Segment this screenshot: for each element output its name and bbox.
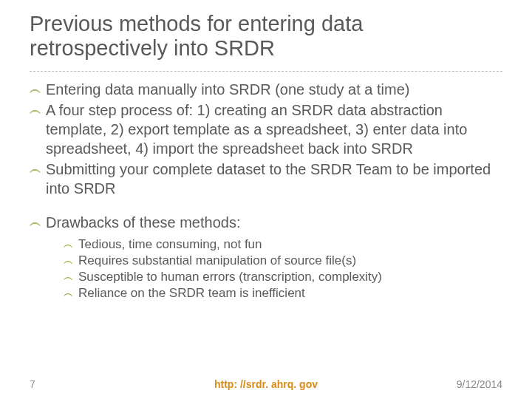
sub-list: ︵ Tedious, time consuming, not fun ︵ Req… — [64, 236, 502, 301]
footer-url: http: //srdr. ahrq. gov — [0, 378, 532, 390]
bullet-icon: ︵ — [30, 160, 46, 179]
list-item: ︵ Submitting your complete dataset to th… — [30, 160, 502, 198]
bullet-text: Reliance on the SRDR team is inefficient — [78, 285, 502, 301]
list-item: ︵ Tedious, time consuming, not fun — [64, 236, 502, 253]
bullet-text: Tedious, time consuming, not fun — [78, 236, 502, 253]
slide: Previous methods for entering data retro… — [0, 0, 532, 399]
title-divider — [30, 71, 502, 72]
footer: 7 http: //srdr. ahrq. gov 9/12/2014 — [0, 375, 532, 390]
bullet-icon: ︵ — [30, 100, 46, 120]
bullet-icon: ︵ — [64, 269, 78, 285]
bullet-icon: ︵ — [64, 285, 78, 301]
bullet-icon: ︵ — [30, 80, 46, 99]
list-item: ︵ Reliance on the SRDR team is inefficie… — [64, 285, 502, 301]
bullet-text: Entering data manually into SRDR (one st… — [46, 80, 502, 99]
list-item: ︵ Drawbacks of these methods: — [30, 213, 502, 232]
bullet-icon: ︵ — [64, 253, 78, 269]
list-item: ︵ A four step process of: 1) creating an… — [30, 100, 502, 158]
bullet-icon: ︵ — [30, 213, 46, 232]
slide-content: ︵ Entering data manually into SRDR (one … — [30, 80, 502, 301]
bullet-text: Drawbacks of these methods: — [46, 213, 502, 232]
list-item: ︵ Entering data manually into SRDR (one … — [30, 80, 502, 99]
bullet-text: A four step process of: 1) creating an S… — [46, 100, 502, 158]
slide-title: Previous methods for entering data retro… — [30, 12, 502, 61]
footer-date: 9/12/2014 — [457, 378, 502, 390]
bullet-text: Susceptible to human errors (transcripti… — [78, 269, 502, 285]
bullet-icon: ︵ — [64, 236, 78, 253]
list-item: ︵ Susceptible to human errors (transcrip… — [64, 269, 502, 285]
bullet-text: Requires substantial manipulation of sou… — [78, 253, 502, 269]
bullet-text: Submitting your complete dataset to the … — [46, 160, 502, 198]
list-item: ︵ Requires substantial manipulation of s… — [64, 253, 502, 269]
